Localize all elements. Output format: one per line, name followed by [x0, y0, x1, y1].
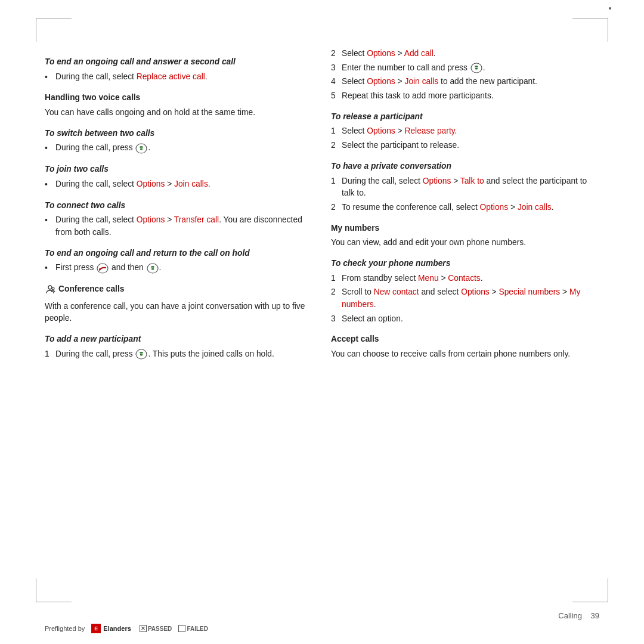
release-party-link: Release party — [404, 126, 454, 135]
phone-green-icon2 — [147, 263, 159, 274]
conference-calls-header: Conference calls — [45, 283, 313, 298]
options-link4: Options — [367, 77, 395, 86]
failed-box: FAILED — [178, 625, 208, 632]
check-item2: 2 Scroll to New contact and select Optio… — [331, 286, 599, 311]
right-item4: 4 Select Options > Join calls to add the… — [331, 76, 599, 88]
border-bottom-right — [608, 578, 608, 602]
release-text1: Select Options > Release party. — [342, 125, 457, 138]
phone-green-icon3 — [135, 349, 147, 360]
check-num-2: 2 — [331, 286, 342, 299]
right-text2: Select Options > Add call. — [342, 48, 436, 60]
conference-calls-heading: Conference calls — [58, 283, 124, 296]
elanders-icon: E — [91, 624, 101, 633]
bullet-dot5: • — [45, 262, 53, 275]
release-item1: 1 Select Options > Release party. — [331, 125, 599, 138]
failed-checkbox — [178, 625, 185, 632]
switch-two-calls-text: During the call, press . — [55, 142, 150, 154]
item-num-3: 3 — [331, 62, 342, 75]
options-link6: Options — [423, 177, 451, 185]
border-h-top-left — [36, 18, 72, 18]
end-return-hold-bullet1: • First press and then . — [45, 262, 313, 275]
corner-dot — [609, 7, 611, 10]
join-calls-link1: Join calls — [174, 179, 208, 188]
my-numbers-para: You can view, add and edit your own phon… — [331, 237, 599, 249]
check-num-3: 3 — [331, 313, 342, 326]
my-numbers-heading: My numbers — [331, 222, 599, 235]
item-num-5: 5 — [331, 90, 342, 103]
private-conv-title: To have a private conversation — [331, 160, 599, 173]
release-num-1: 1 — [331, 125, 342, 138]
failed-label: FAILED — [187, 626, 208, 632]
contacts-link: Contacts — [448, 274, 480, 283]
release-text2: Select the participant to release. — [342, 140, 459, 152]
private-item2: 2 To resume the conference call, select … — [331, 202, 599, 214]
section-end-ongoing-title: To end an ongoing call and answer a seco… — [45, 56, 313, 69]
bullet-dot3: • — [45, 179, 53, 191]
handling-two-calls-heading: Handling two voice calls — [45, 92, 313, 104]
phone-red-icon — [97, 263, 109, 274]
passed-label: PASSED — [148, 626, 172, 632]
right-column: 2 Select Options > Add call. 3 Enter the… — [331, 48, 599, 578]
right-text4: Select Options > Join calls to add the n… — [342, 76, 537, 88]
private-text2: To resume the conference call, select Op… — [342, 202, 554, 214]
right-item5: 5 Repeat this task to add more participa… — [331, 90, 599, 103]
border-top-right — [608, 18, 608, 42]
talk-to-link: Talk to — [460, 177, 484, 185]
check-text3: Select an option. — [342, 313, 403, 326]
check-phone-title: To check your phone numbers — [331, 258, 599, 270]
section-end-ongoing-text: During the call, select Replace active c… — [55, 71, 208, 83]
connect-two-calls-bullet1: • During the call, select Options > Tran… — [45, 214, 313, 239]
accept-calls-heading: Accept calls — [331, 333, 599, 346]
join-calls-link2: Join calls — [404, 77, 438, 86]
new-contact-link: New contact — [374, 287, 419, 296]
check-item1: 1 From standby select Menu > Contacts. — [331, 273, 599, 285]
join-calls-link3: Join calls — [518, 203, 552, 212]
transfer-call-link: Transfer call — [174, 215, 219, 224]
private-item1: 1 During the call, select Options > Talk… — [331, 175, 599, 200]
handling-two-calls-para: You can have calls ongoing and on hold a… — [45, 107, 313, 119]
left-column: To end an ongoing call and answer a seco… — [45, 48, 313, 578]
private-num-1: 1 — [331, 175, 342, 188]
conference-icon — [45, 284, 55, 296]
passed-checkbox: ✕ — [140, 625, 147, 632]
options-link7: Options — [480, 203, 509, 212]
bullet-dot: • — [45, 72, 53, 84]
switch-two-calls-bullet1: • During the call, press . — [45, 142, 313, 155]
add-participant-title: To add a new participant — [45, 333, 313, 346]
add-call-link: Add call — [404, 49, 434, 58]
page-number: 39 — [591, 611, 599, 620]
border-bottom-left — [36, 578, 36, 602]
border-top-left — [36, 18, 36, 42]
join-two-calls-text: During the call, select Options > Join c… — [55, 178, 210, 191]
release-participant-title: To release a participant — [331, 111, 599, 123]
section-end-ongoing-bullet1: • During the call, select Replace active… — [45, 71, 313, 84]
svg-point-4 — [52, 287, 54, 290]
join-two-calls-title: To join two calls — [45, 163, 313, 176]
release-num-2: 2 — [331, 140, 342, 152]
check-text1: From standby select Menu > Contacts. — [342, 273, 483, 285]
item-num-1: 1 — [45, 348, 55, 361]
options-link5: Options — [367, 126, 395, 135]
item-num-2: 2 — [331, 48, 342, 60]
main-content: To end an ongoing call and answer a seco… — [45, 48, 599, 578]
svg-point-3 — [48, 286, 52, 289]
end-return-hold-title: To end an ongoing call and return to the… — [45, 247, 313, 260]
options-link1: Options — [137, 179, 165, 188]
preflighted-by-label: Preflighted by — [45, 625, 85, 632]
border-h-top-right — [572, 18, 608, 18]
options-link2: Options — [137, 215, 165, 224]
right-text5: Repeat this task to add more participant… — [342, 90, 494, 103]
connect-two-calls-title: To connect two calls — [45, 200, 313, 212]
special-numbers-link: Special numbers — [499, 287, 560, 296]
end-return-hold-text: First press and then . — [55, 262, 161, 274]
private-num-2: 2 — [331, 202, 342, 214]
connect-two-calls-text: During the call, select Options > Transf… — [55, 214, 313, 239]
switch-two-calls-title: To switch between two calls — [45, 128, 313, 140]
options-link8: Options — [461, 287, 490, 296]
border-h-bottom-left — [36, 602, 72, 602]
calling-label: Calling — [558, 611, 582, 620]
item-num-4: 4 — [331, 76, 342, 88]
conference-calls-para: With a conference call, you can have a j… — [45, 301, 313, 325]
options-link3: Options — [367, 49, 395, 58]
right-item2: 2 Select Options > Add call. — [331, 48, 599, 60]
